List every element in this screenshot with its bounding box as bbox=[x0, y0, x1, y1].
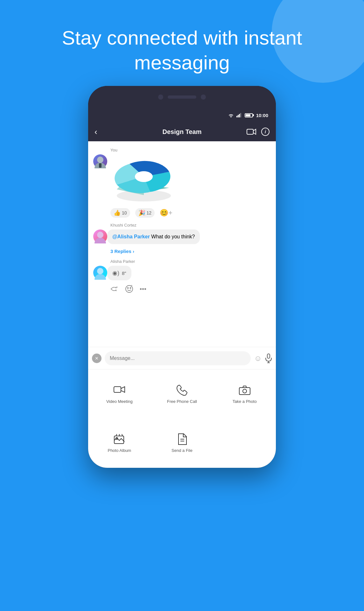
toolbar-photo-album[interactable]: Photo Album bbox=[88, 419, 151, 468]
phone-mockup: 10:00 ‹ Design Team i You bbox=[88, 86, 276, 468]
message-actions-bar: + + ••• bbox=[110, 285, 271, 293]
photo-album-icon bbox=[114, 433, 125, 445]
pie-chart bbox=[110, 154, 174, 204]
phone-notch bbox=[88, 86, 276, 108]
reactions-bar: 👍 10 🎉 12 😊+ bbox=[110, 208, 271, 218]
party-reaction[interactable]: 🎉 12 bbox=[135, 208, 155, 218]
voice-message-bubble: ◉) 8" bbox=[107, 266, 131, 280]
thumbsup-count: 10 bbox=[122, 210, 127, 215]
svg-rect-22 bbox=[114, 387, 121, 392]
svg-rect-23 bbox=[239, 388, 250, 395]
message-input[interactable] bbox=[105, 351, 251, 365]
header-actions: i bbox=[247, 128, 270, 136]
add-reaction-button[interactable]: 😊+ bbox=[160, 209, 172, 217]
close-label: ✕ bbox=[95, 356, 99, 361]
video-meeting-icon bbox=[114, 384, 125, 396]
input-bar: ✕ ☺ bbox=[88, 347, 276, 369]
svg-point-11 bbox=[97, 232, 103, 238]
sender-alisha-label: Alisha Parker bbox=[110, 259, 271, 264]
svg-point-10 bbox=[94, 238, 106, 243]
voice-duration: 8" bbox=[122, 270, 126, 276]
pie-chart-message bbox=[93, 154, 271, 205]
svg-rect-1 bbox=[238, 115, 239, 117]
avatar-you bbox=[93, 154, 107, 168]
toolbar-phone-label: Free Phone Call bbox=[167, 399, 197, 404]
svg-point-12 bbox=[94, 274, 106, 280]
phone-shell: 10:00 ‹ Design Team i You bbox=[88, 86, 276, 468]
svg-rect-7 bbox=[99, 163, 102, 168]
svg-point-6 bbox=[97, 157, 103, 163]
camera-dot bbox=[158, 95, 163, 100]
thumbsup-reaction[interactable]: 👍 10 bbox=[110, 208, 130, 218]
svg-rect-0 bbox=[236, 116, 237, 117]
voice-play-icon: ◉) bbox=[112, 270, 119, 277]
toolbar-album-label: Photo Album bbox=[108, 448, 131, 453]
more-icon[interactable]: ••• bbox=[140, 285, 146, 293]
toolbar-video-label: Video Meeting bbox=[106, 399, 133, 404]
speaker-bar bbox=[168, 95, 196, 99]
toolbar-send-file[interactable]: Send a File bbox=[151, 419, 214, 468]
khushi-message-text: What do you think? bbox=[151, 234, 195, 239]
svg-rect-3 bbox=[240, 113, 241, 117]
svg-point-24 bbox=[243, 389, 247, 393]
microphone-icon[interactable] bbox=[265, 354, 272, 363]
app-header: ‹ Design Team i bbox=[88, 122, 276, 141]
avatar-khushi bbox=[93, 229, 107, 243]
reply-icon[interactable]: + bbox=[110, 285, 119, 292]
svg-rect-2 bbox=[239, 114, 240, 117]
khushi-message-bubble: @Alisha Parker What do you think? bbox=[107, 229, 200, 244]
camera-icon bbox=[239, 384, 250, 396]
status-time: 10:00 bbox=[256, 113, 268, 118]
bottom-toolbar: Video Meeting Free Phone Call Take a Pho… bbox=[88, 369, 276, 468]
alisha-message-row: ◉) 8" bbox=[93, 266, 271, 280]
toolbar-phone-call[interactable]: Free Phone Call bbox=[151, 369, 214, 419]
avatar-alisha bbox=[93, 266, 107, 280]
svg-point-13 bbox=[97, 268, 103, 274]
svg-point-9 bbox=[135, 171, 153, 182]
party-count: 12 bbox=[147, 210, 152, 215]
info-button[interactable]: i bbox=[261, 128, 270, 136]
toolbar-camera-label: Take a Photo bbox=[233, 399, 257, 404]
toolbar-video-meeting[interactable]: Video Meeting bbox=[88, 369, 151, 419]
toolbar-file-label: Send a File bbox=[172, 448, 192, 453]
mention-text: @Alisha Parker bbox=[112, 234, 150, 239]
sender-you-label: You bbox=[110, 148, 271, 152]
back-button[interactable]: ‹ bbox=[94, 127, 97, 137]
thumbsup-emoji: 👍 bbox=[114, 209, 121, 216]
toolbar-take-photo[interactable]: Take a Photo bbox=[213, 369, 276, 419]
file-icon bbox=[176, 433, 188, 445]
wifi-icon bbox=[228, 113, 234, 117]
hero-text: Stay connected with instant messaging bbox=[0, 25, 364, 75]
video-call-icon[interactable] bbox=[247, 128, 256, 135]
replies-link[interactable]: 3 Replies › bbox=[110, 249, 271, 254]
phone-call-icon bbox=[176, 384, 188, 396]
khushi-message-row: @Alisha Parker What do you think? bbox=[93, 229, 271, 244]
battery-icon bbox=[245, 113, 253, 117]
replies-count: 3 Replies bbox=[110, 249, 131, 254]
svg-text:+: + bbox=[131, 285, 133, 287]
emoji-button[interactable]: ☺ bbox=[254, 354, 262, 363]
svg-rect-4 bbox=[247, 129, 253, 134]
status-bar: 10:00 bbox=[88, 108, 276, 122]
chat-area: You bbox=[88, 141, 276, 369]
sender-khushi-label: Khushi Cortez bbox=[110, 223, 271, 228]
signal-icon bbox=[236, 113, 242, 117]
status-icons bbox=[228, 113, 253, 117]
svg-point-17 bbox=[130, 288, 131, 289]
svg-point-16 bbox=[128, 288, 129, 289]
svg-rect-19 bbox=[267, 354, 270, 358]
header-title: Design Team bbox=[163, 128, 202, 136]
toolbar-empty bbox=[213, 419, 276, 468]
svg-point-26 bbox=[116, 438, 118, 439]
chevron-right-icon: › bbox=[133, 249, 134, 254]
react-icon[interactable]: + bbox=[125, 285, 133, 293]
svg-text:+: + bbox=[116, 285, 118, 289]
camera-dot-2 bbox=[201, 95, 206, 100]
close-attachment-button[interactable]: ✕ bbox=[92, 354, 102, 363]
party-emoji: 🎉 bbox=[138, 209, 145, 216]
pie-chart-container bbox=[110, 154, 174, 205]
